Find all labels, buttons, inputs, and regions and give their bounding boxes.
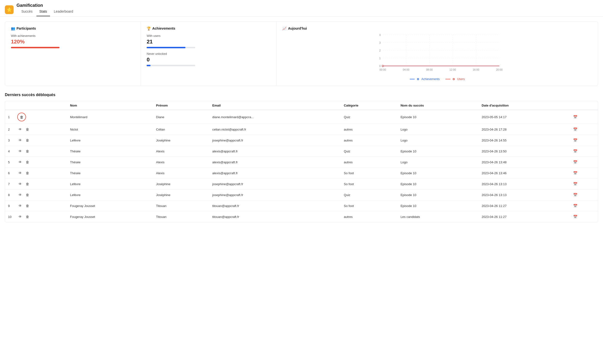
calendar-cell[interactable]: 📅 bbox=[570, 124, 598, 135]
calendar-icon[interactable]: 📅 bbox=[573, 193, 577, 197]
delete-button[interactable]: 🗑 bbox=[24, 159, 30, 165]
calendar-cell[interactable]: 📅 bbox=[570, 200, 598, 211]
calendar-icon[interactable]: 📅 bbox=[573, 204, 577, 208]
col-prenom: Prénom bbox=[153, 101, 209, 110]
delete-button[interactable]: 🗑 bbox=[24, 203, 30, 209]
calendar-icon[interactable]: 📅 bbox=[573, 215, 577, 219]
calendar-icon[interactable]: 📅 bbox=[573, 171, 577, 175]
cell-date: 2023-05-05 14:17 bbox=[479, 110, 570, 124]
tab-succes[interactable]: Succès bbox=[18, 8, 35, 16]
cell-categorie: autres bbox=[341, 135, 398, 146]
calendar-cell[interactable]: 📅 bbox=[570, 135, 598, 146]
cell-categorie: So foot bbox=[341, 168, 398, 179]
view-button[interactable]: 👁 bbox=[17, 159, 23, 165]
participants-progress-fill bbox=[11, 47, 59, 48]
view-button[interactable]: 👁 bbox=[17, 126, 23, 132]
delete-button[interactable]: 🗑 bbox=[24, 137, 30, 143]
calendar-cell[interactable]: 📅 bbox=[570, 110, 598, 124]
row-actions: 👁🗑 bbox=[14, 179, 67, 190]
calendar-icon[interactable]: 📅 bbox=[573, 127, 577, 131]
row-number: 10 bbox=[5, 211, 14, 222]
cell-prenom: Joséphine bbox=[153, 135, 209, 146]
cell-email: josephine@appcraft.fr bbox=[209, 179, 341, 190]
row-actions: 👁🗑 bbox=[14, 190, 67, 200]
table-scroll-area[interactable]: Nom Prénom Email Catégorie Nom du succès… bbox=[5, 101, 598, 222]
calendar-icon[interactable]: 📅 bbox=[573, 149, 577, 153]
tab-stats[interactable]: Stats bbox=[36, 8, 50, 16]
cell-prenom: Célian bbox=[153, 124, 209, 135]
achievements-table: Nom Prénom Email Catégorie Nom du succès… bbox=[5, 101, 598, 222]
cell-date: 2023-04-26 13:46 bbox=[479, 168, 570, 179]
col-actions bbox=[14, 101, 67, 110]
achievements-icon: 🏆 bbox=[147, 26, 151, 30]
view-button[interactable]: 👁 bbox=[17, 192, 23, 198]
with-users-progress-fill bbox=[147, 47, 186, 48]
app-header: ⭐ Gamification Succès Stats Leaderboard bbox=[0, 0, 603, 16]
never-unlocked-progress-fill bbox=[147, 65, 151, 66]
view-button[interactable]: 👁 bbox=[17, 170, 23, 176]
cell-prenom: Joséphine bbox=[153, 190, 209, 200]
delete-button[interactable]: 🗑 bbox=[24, 148, 30, 154]
calendar-cell[interactable]: 📅 bbox=[570, 168, 598, 179]
participants-card: 👥 Participants With achievements 120% bbox=[5, 22, 141, 86]
delete-button[interactable]: 🗑 bbox=[24, 192, 30, 198]
delete-button[interactable]: 🗑 bbox=[24, 126, 30, 132]
calendar-cell[interactable]: 📅 bbox=[570, 146, 598, 157]
participants-icon: 👥 bbox=[11, 26, 15, 30]
cell-categorie: autres bbox=[341, 211, 398, 222]
cell-nom: Fougeray Jousset bbox=[67, 200, 153, 211]
table-row: 8👁🗑LefèvreJoséphinejosephine@appcraft.fr… bbox=[5, 190, 598, 200]
calendar-icon[interactable]: 📅 bbox=[573, 160, 577, 164]
calendar-cell[interactable]: 📅 bbox=[570, 157, 598, 168]
delete-button[interactable]: 🗑 bbox=[17, 113, 26, 121]
col-categorie: Catégorie bbox=[341, 101, 398, 110]
row-actions: 👁🗑 bbox=[14, 146, 67, 157]
cell-nom: Lefèvre bbox=[67, 135, 153, 146]
cell-prenom: Alexis bbox=[153, 168, 209, 179]
chart-legend: Achievements Users bbox=[282, 77, 592, 81]
never-unlocked-value: 0 bbox=[147, 57, 270, 63]
chart-card: 📈 Aujourd'hui 4 3 2 1 0 bbox=[277, 22, 598, 86]
tab-leaderboard[interactable]: Leaderboard bbox=[51, 8, 76, 16]
svg-text:0: 0 bbox=[379, 65, 381, 68]
delete-button[interactable]: 🗑 bbox=[24, 181, 30, 187]
view-button[interactable]: 👁 bbox=[17, 137, 23, 143]
calendar-cell[interactable]: 📅 bbox=[570, 179, 598, 190]
delete-button[interactable]: 🗑 bbox=[24, 170, 30, 176]
table-section: Derniers succès débloqués Nom Prénom Ema… bbox=[5, 93, 598, 222]
calendar-cell[interactable]: 📅 bbox=[570, 211, 598, 222]
delete-button[interactable]: 🗑 bbox=[24, 214, 30, 220]
row-number: 3 bbox=[5, 135, 14, 146]
cell-prenom: Alexis bbox=[153, 146, 209, 157]
cell-nom-succes: Episode 10 bbox=[398, 146, 479, 157]
cell-nom-succes: Episode 10 bbox=[398, 200, 479, 211]
cell-email: celian.niclot@appcraft.fr bbox=[209, 124, 341, 135]
table-row: 5👁🗑ThéséeAlexisalexis@appcraft.frautresL… bbox=[5, 157, 598, 168]
cell-date: 2023-04-26 11:27 bbox=[479, 211, 570, 222]
achievements-card: 🏆 Achievements With users 21 Never unloc… bbox=[141, 22, 277, 86]
cell-nom: Fougeray Jousset bbox=[67, 211, 153, 222]
view-button[interactable]: 👁 bbox=[17, 203, 23, 209]
view-button[interactable]: 👁 bbox=[17, 148, 23, 154]
view-button[interactable]: 👁 bbox=[17, 214, 23, 220]
cell-nom: Lefèvre bbox=[67, 190, 153, 200]
with-users-value: 21 bbox=[147, 39, 270, 45]
cell-nom: Montélimard bbox=[67, 110, 153, 124]
row-actions: 🗑 bbox=[14, 110, 67, 124]
chart-title: 📈 Aujourd'hui bbox=[282, 26, 592, 30]
table-row: 2👁🗑NiclotCéliancelian.niclot@appcraft.fr… bbox=[5, 124, 598, 135]
chart-icon: 📈 bbox=[282, 26, 286, 30]
svg-text:1: 1 bbox=[379, 57, 381, 60]
table-row: 7👁🗑LefèvreJoséphinejosephine@appcraft.fr… bbox=[5, 179, 598, 190]
row-actions: 👁🗑 bbox=[14, 168, 67, 179]
view-button[interactable]: 👁 bbox=[17, 181, 23, 187]
cell-date: 2023-04-26 14:55 bbox=[479, 135, 570, 146]
cell-nom-succes: Logo bbox=[398, 135, 479, 146]
calendar-icon[interactable]: 📅 bbox=[573, 182, 577, 186]
table-row: 10👁🗑Fougeray JoussetTitouantitouan@appcr… bbox=[5, 211, 598, 222]
cell-email: alexis@appcraft.fr bbox=[209, 157, 341, 168]
calendar-icon[interactable]: 📅 bbox=[573, 138, 577, 142]
row-actions: 👁🗑 bbox=[14, 200, 67, 211]
calendar-cell[interactable]: 📅 bbox=[570, 190, 598, 200]
calendar-icon[interactable]: 📅 bbox=[573, 115, 577, 119]
